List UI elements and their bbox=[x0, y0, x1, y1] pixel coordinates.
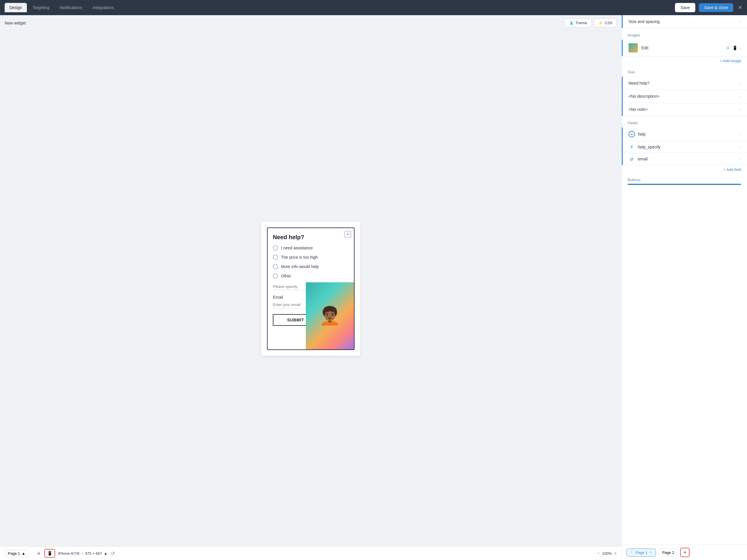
css-button[interactable]: ⚡ CSS bbox=[594, 19, 617, 27]
field-email[interactable]: @ email › bbox=[622, 153, 747, 165]
radio-item-1[interactable]: The price is too high bbox=[273, 255, 349, 260]
page-selector-label: Page 1 bbox=[8, 551, 20, 556]
buttons-section-heading: Buttons bbox=[622, 174, 747, 184]
radio-circle-0 bbox=[273, 245, 278, 250]
page-selector-chevron: ▲ bbox=[22, 551, 25, 556]
refresh-button[interactable]: ↺ bbox=[111, 551, 115, 556]
save-close-button[interactable]: Save & close bbox=[699, 3, 733, 12]
bottom-bar: Page 1 ▲ 🖥 📱 iPhone 6/7/8 – 375 × 667 ▲ … bbox=[0, 546, 621, 560]
radio-label-0: I need assistance bbox=[281, 246, 313, 250]
text-desc-item[interactable]: <No description> › bbox=[622, 90, 747, 103]
buttons-bar bbox=[628, 184, 741, 185]
theme-icon: 💧 bbox=[569, 21, 574, 25]
widget-preview-container: ✕ Need help? I need assistance The price… bbox=[261, 222, 360, 356]
desktop-icon: 🖥 bbox=[726, 46, 730, 50]
image-edit-label: Edit bbox=[641, 46, 726, 50]
field-at-icon: @ bbox=[628, 157, 635, 161]
fields-section-heading: Fields bbox=[622, 116, 747, 128]
field-specify-chevron: › bbox=[740, 145, 741, 149]
radio-circle-3 bbox=[273, 273, 278, 278]
mobile-device-button[interactable]: 📱 bbox=[45, 550, 55, 557]
radio-group: I need assistance The price is too high … bbox=[273, 245, 349, 278]
device-icons: 🖥 📱 bbox=[34, 550, 55, 557]
theme-button[interactable]: 💧 Theme bbox=[565, 19, 591, 27]
resolution-dash: – bbox=[81, 551, 83, 556]
image-thumbnail bbox=[628, 43, 638, 53]
drag-handle-icon: ⠿ bbox=[630, 551, 633, 555]
zoom-value: 100% bbox=[602, 551, 612, 556]
resolution-chevron: ▲ bbox=[104, 551, 108, 556]
radio-circle-2 bbox=[273, 264, 278, 269]
text-desc-label: <No description> bbox=[628, 94, 740, 99]
mobile-icon: 📱 bbox=[732, 46, 737, 50]
size-spacing-chevron: › bbox=[740, 19, 741, 24]
radio-item-2[interactable]: More info would help bbox=[273, 264, 349, 269]
text-note-chevron: › bbox=[740, 107, 741, 112]
close-button[interactable]: ✕ bbox=[738, 4, 742, 11]
desktop-device-button[interactable]: 🖥 bbox=[34, 550, 43, 557]
text-note-label: <No note> bbox=[628, 107, 740, 112]
page-tab-2[interactable]: Page 2 bbox=[658, 549, 678, 557]
right-panel: Size and spacing › Images Edit 🖥 📱 › + A… bbox=[621, 15, 747, 560]
widget-close-button[interactable]: ✕ bbox=[344, 231, 351, 237]
add-field-link[interactable]: + Add field bbox=[622, 165, 747, 174]
page-tab-2-label: Page 2 bbox=[662, 550, 674, 555]
field-help-specify[interactable]: T help_specify › bbox=[622, 141, 747, 153]
field-specify-label: help_specify bbox=[638, 145, 740, 149]
text-note-item[interactable]: <No note> › bbox=[622, 103, 747, 116]
resolution-selector[interactable]: iPhone 6/7/8 – 375 × 667 ▲ bbox=[58, 551, 107, 556]
left-toolbar: New widget 💧 Theme ⚡ CSS bbox=[0, 15, 621, 31]
resolution-label: iPhone 6/7/8 bbox=[58, 551, 79, 556]
radio-label-1: The price is too high bbox=[281, 255, 318, 260]
header: Design Targeting Notifications Integrati… bbox=[0, 0, 747, 15]
widget-card: ✕ Need help? I need assistance The price… bbox=[267, 228, 355, 350]
right-panel-scroll: Size and spacing › Images Edit 🖥 📱 › + A… bbox=[622, 15, 747, 544]
field-email-chevron: › bbox=[740, 157, 741, 161]
widget-form-title: Need help? bbox=[273, 234, 349, 241]
field-help[interactable]: ● help › bbox=[622, 128, 747, 141]
add-image-link[interactable]: + Add image bbox=[622, 56, 747, 65]
radio-label-2: More info would help bbox=[281, 264, 319, 269]
css-label: CSS bbox=[604, 21, 613, 25]
page-tab-1-close[interactable]: ✕ bbox=[649, 550, 652, 555]
main-layout: New widget 💧 Theme ⚡ CSS ✕ Need help? bbox=[0, 15, 747, 560]
zoom-out-button[interactable]: − bbox=[597, 551, 600, 556]
image-chevron: › bbox=[740, 46, 741, 50]
image-device-icons: 🖥 📱 › bbox=[726, 46, 741, 50]
text-desc-chevron: › bbox=[740, 94, 741, 99]
tab-integrations[interactable]: Integrations bbox=[88, 3, 119, 12]
size-spacing-item[interactable]: Size and spacing › bbox=[622, 15, 747, 28]
field-t-icon: T bbox=[628, 145, 635, 149]
radio-label-3: Other bbox=[281, 273, 291, 278]
tab-design[interactable]: Design bbox=[5, 3, 27, 12]
resolution-size: 375 × 667 bbox=[85, 551, 102, 556]
canvas-area: ✕ Need help? I need assistance The price… bbox=[0, 31, 621, 546]
widget-title: New widget bbox=[5, 21, 565, 25]
field-help-chevron: › bbox=[740, 132, 741, 136]
theme-label: Theme bbox=[575, 21, 587, 25]
page-tab-1-label: Page 1 bbox=[636, 550, 647, 555]
field-help-label: help bbox=[638, 132, 740, 136]
images-section-heading: Images bbox=[622, 28, 747, 40]
field-radio-icon: ● bbox=[628, 131, 635, 137]
text-section-heading: Text bbox=[622, 65, 747, 77]
image-face: 🧑🏾‍🦱 bbox=[306, 282, 354, 349]
tab-notifications[interactable]: Notifications bbox=[55, 3, 87, 12]
radio-item-3[interactable]: Other bbox=[273, 273, 349, 278]
text-title-label: Need help? bbox=[628, 81, 740, 85]
save-button[interactable]: Save bbox=[675, 3, 695, 12]
left-panel: New widget 💧 Theme ⚡ CSS ✕ Need help? bbox=[0, 15, 621, 560]
radio-item-0[interactable]: I need assistance bbox=[273, 245, 349, 250]
page-tabs-bar: ⠿ Page 1 ✕ Page 2 + bbox=[622, 544, 747, 560]
zoom-in-button[interactable]: + bbox=[614, 551, 617, 556]
radio-circle-1 bbox=[273, 255, 278, 260]
tab-targeting[interactable]: Targeting bbox=[28, 3, 54, 12]
add-page-button[interactable]: + bbox=[680, 548, 690, 557]
page-selector[interactable]: Page 1 ▲ bbox=[5, 550, 29, 557]
text-title-item[interactable]: Need help? › bbox=[622, 77, 747, 90]
page-tab-1[interactable]: ⠿ Page 1 ✕ bbox=[626, 549, 656, 557]
zoom-controls: − 100% + bbox=[597, 551, 617, 556]
text-title-chevron: › bbox=[740, 81, 741, 85]
widget-image: 🧑🏾‍🦱 bbox=[306, 282, 354, 349]
image-item[interactable]: Edit 🖥 📱 › bbox=[622, 40, 747, 56]
